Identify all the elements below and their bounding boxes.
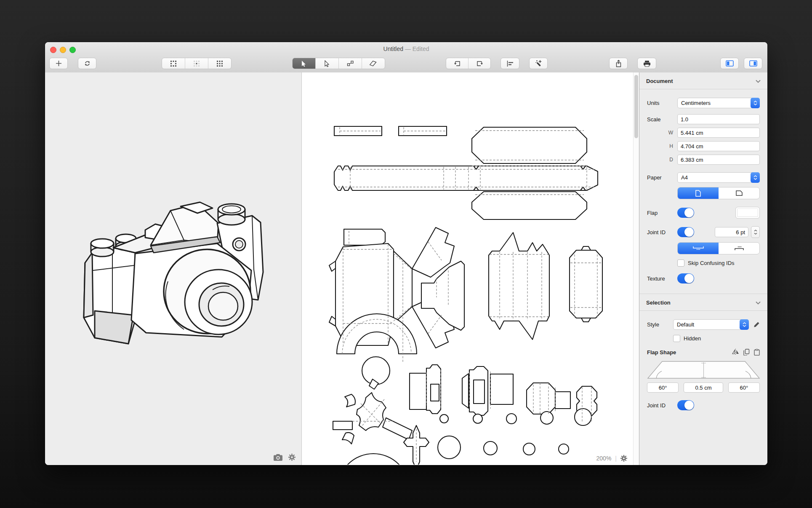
height-dim-input[interactable]: 4.704 cm: [677, 141, 760, 151]
joint-id-toggle[interactable]: [677, 227, 694, 237]
cursor-outline-icon: [324, 60, 330, 67]
titlebar: Untitled — Edited: [45, 42, 767, 73]
portrait-orientation-button[interactable]: [678, 187, 719, 199]
rotate-segmented-control: [446, 58, 491, 69]
grid-full-icon: [216, 60, 223, 67]
joint-id-inside-icon: [693, 246, 704, 251]
paper-label: Paper: [647, 174, 677, 181]
layout-segmented-control: [162, 58, 232, 69]
units-label: Units: [647, 100, 677, 106]
units-dropdown[interactable]: Centimeters: [677, 98, 760, 108]
print-button[interactable]: [637, 58, 656, 69]
rotate-right-button[interactable]: [469, 58, 490, 69]
plus-icon: [56, 60, 62, 67]
rotate-left-button[interactable]: [446, 58, 469, 69]
unfold-pattern-drawing: [302, 72, 633, 465]
scale-value: 1.0: [681, 116, 688, 123]
model-3d-viewport[interactable]: [45, 72, 302, 465]
scale-input[interactable]: 1.0: [677, 114, 760, 124]
chevron-down-icon: [756, 80, 761, 83]
flap-shape-preview[interactable]: [647, 360, 760, 379]
left-panel-icon: [726, 60, 734, 67]
rotate-right-icon: [476, 60, 483, 67]
split-tool-button[interactable]: [339, 58, 362, 69]
window-content: 200% |: [45, 72, 767, 465]
joint-id-style-segmented: [677, 242, 760, 254]
height-dim-label: H: [647, 143, 677, 149]
camera-3d-drawing: [45, 72, 302, 465]
selection-section-header[interactable]: Selection: [639, 294, 767, 311]
magic-arrange-button[interactable]: [529, 58, 548, 69]
depth-dim-value: 6.383 cm: [681, 157, 703, 163]
joint-id-size-input[interactable]: 6 pt: [715, 227, 748, 237]
canvas-scrollbar[interactable]: [633, 72, 639, 465]
flap-angle-right-value: 60°: [740, 385, 748, 391]
dropdown-arrows-icon: [751, 172, 760, 183]
document-section-header[interactable]: Document: [639, 72, 767, 89]
style-dropdown[interactable]: Default: [673, 319, 749, 330]
dropdown-arrows-icon: [751, 98, 760, 108]
canvas-settings-gear-icon[interactable]: [620, 455, 627, 462]
width-dim-input[interactable]: 5.441 cm: [677, 128, 760, 138]
joint-id-outside-icon: [735, 246, 744, 251]
refresh-icon: [84, 60, 91, 67]
flap-color-well[interactable]: [735, 207, 760, 219]
layout-center-dot-button[interactable]: [185, 58, 208, 69]
rotate-left-icon: [454, 60, 461, 67]
title-separator: —: [405, 45, 411, 52]
cursor-filled-icon: [301, 60, 307, 67]
portrait-page-icon: [695, 190, 701, 197]
selection-joint-id-label: Joint ID: [647, 402, 677, 409]
add-button[interactable]: [49, 58, 68, 69]
joint-id-size-stepper[interactable]: [751, 226, 760, 238]
scrollbar-thumb[interactable]: [634, 75, 638, 138]
flap-shape-icon: [370, 61, 377, 67]
hidden-label: Hidden: [684, 335, 701, 342]
desktop: { "window": { "title_doc": "Untitled", "…: [0, 0, 812, 508]
selection-section-body: Style Default: [639, 311, 767, 414]
hidden-checkbox[interactable]: [673, 335, 680, 342]
selection-joint-id-toggle[interactable]: [677, 400, 694, 410]
skip-confusing-ids-label: Skip Confusing IDs: [688, 260, 735, 266]
viewport-settings-gear-icon[interactable]: [288, 454, 296, 461]
grid-border-icon: [170, 60, 177, 67]
unfold-canvas[interactable]: 200% |: [302, 72, 633, 465]
paste-clipboard-icon[interactable]: [754, 349, 760, 356]
align-button[interactable]: [501, 58, 519, 69]
layout-border-dots-button[interactable]: [162, 58, 185, 69]
grid-center-icon: [193, 60, 200, 67]
magic-wand-icon: [535, 60, 542, 67]
copy-icon[interactable]: [743, 349, 750, 356]
style-value: Default: [677, 321, 694, 328]
snapshot-camera-icon[interactable]: [274, 454, 282, 461]
flap-tool-button[interactable]: [362, 58, 385, 69]
joint-id-style-inside-button[interactable]: [678, 243, 719, 254]
toggle-left-panel-button[interactable]: [720, 58, 739, 69]
flap-label: Flap: [647, 210, 677, 216]
paper-orientation-segmented: [677, 187, 760, 199]
refresh-button[interactable]: [78, 58, 96, 69]
paper-dropdown[interactable]: A4: [677, 172, 760, 183]
edited-state: Edited: [413, 45, 429, 52]
direct-select-tool-button[interactable]: [316, 58, 339, 69]
layout-full-grid-button[interactable]: [208, 58, 231, 69]
flap-angle-left-input[interactable]: 60°: [647, 382, 679, 393]
flip-horizontal-icon[interactable]: [732, 349, 739, 356]
flap-angle-left-value: 60°: [659, 385, 667, 391]
landscape-orientation-button[interactable]: [719, 187, 759, 199]
flap-angle-right-input[interactable]: 60°: [728, 382, 760, 393]
depth-dim-input[interactable]: 6.383 cm: [677, 155, 760, 165]
joint-id-label: Joint ID: [647, 229, 677, 235]
joint-id-style-outside-button[interactable]: [719, 243, 759, 254]
flap-width-input[interactable]: 0.5 cm: [684, 382, 723, 393]
edit-style-pencil-icon[interactable]: [753, 321, 760, 328]
toggle-right-panel-button[interactable]: [744, 58, 762, 69]
select-tool-button[interactable]: [293, 58, 316, 69]
style-label: Style: [647, 321, 673, 328]
zoom-level-label[interactable]: 200%: [596, 455, 612, 462]
share-button[interactable]: [609, 58, 628, 69]
height-dim-value: 4.704 cm: [681, 143, 703, 150]
flap-toggle[interactable]: [677, 208, 694, 218]
texture-toggle[interactable]: [677, 273, 694, 283]
skip-confusing-ids-checkbox[interactable]: [677, 259, 684, 267]
